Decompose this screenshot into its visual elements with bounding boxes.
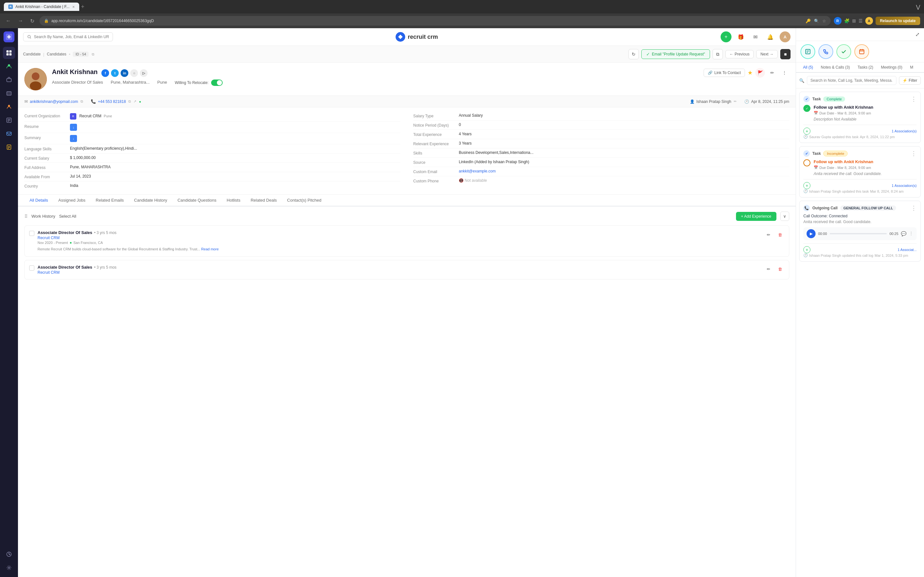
relaunch-button[interactable]: Relaunch to update [876, 17, 920, 25]
transcript-icon[interactable]: 💬 [901, 231, 906, 236]
active-tab[interactable]: R Ankit Krishnan - Candidate | F... ✕ [4, 3, 79, 11]
edit-button[interactable]: ✏ [767, 68, 777, 77]
bookmark-icon[interactable]: ☆ [822, 19, 826, 23]
tab-assigned-jobs[interactable]: Assigned Jobs [53, 195, 91, 206]
sidebar-logo[interactable] [3, 31, 15, 42]
phone-value[interactable]: +44 553 821818 [98, 99, 126, 104]
new-tab-button[interactable]: + [81, 3, 85, 10]
url-bar[interactable]: 🔒 app.recruitcrm.io/v1/candidate/1657201… [39, 16, 830, 26]
copy-link-icon[interactable]: ⧉ [712, 49, 723, 59]
add-task-button[interactable] [837, 44, 851, 59]
breadcrumb-candidate[interactable]: Candidate [23, 52, 41, 56]
avatar-browser-icon[interactable]: A [865, 17, 873, 25]
add-experience-button[interactable]: + Add Experience [736, 212, 776, 221]
panel-tab-all[interactable]: All (5) [799, 63, 817, 73]
audio-progress-bar[interactable] [830, 233, 887, 234]
edit-work-button[interactable]: ✏ [764, 230, 773, 239]
more-options-icon[interactable]: ■ [780, 49, 790, 59]
association-link-2[interactable]: 1 Association(s) [892, 184, 917, 187]
next-button[interactable]: Next → [756, 50, 778, 58]
edit-work-button-2[interactable]: ✏ [764, 265, 773, 274]
tab-hotlists[interactable]: Hotlists [222, 195, 246, 206]
panel-search-input[interactable] [807, 76, 897, 85]
read-more-link[interactable]: Read more [201, 247, 218, 251]
task-add-button-2[interactable]: + [803, 182, 811, 189]
expand-icon[interactable]: ⤢ [915, 31, 919, 37]
play-button[interactable]: ▶ [806, 229, 816, 238]
sidebar-item-candidates[interactable] [3, 60, 15, 73]
summary-download-icon[interactable]: ↓ [70, 135, 77, 142]
star-button[interactable]: ★ [748, 69, 753, 76]
save-icon[interactable]: 🔑 [806, 19, 811, 23]
sidebar-item-reports[interactable] [3, 548, 15, 560]
add-note-button[interactable] [800, 44, 815, 59]
extension1-icon[interactable]: 🧩 [844, 18, 850, 23]
panel-tab-notes-calls[interactable]: Notes & Calls (3) [817, 63, 854, 73]
refresh-icon[interactable]: ↻ [628, 49, 639, 59]
edit-owner-icon[interactable]: ✏ [734, 99, 737, 103]
collapse-button[interactable]: ∨ [780, 211, 789, 221]
email-profile-button[interactable]: ✓ Email "Profile Update Request" [641, 49, 710, 59]
extension3-icon[interactable]: ☰ [859, 18, 863, 23]
flag-button[interactable]: 🚩 [755, 68, 765, 77]
sidebar-item-settings[interactable] [3, 562, 15, 574]
tab-candidate-questions[interactable]: Candidate Questions [172, 195, 221, 206]
profile-icon[interactable]: R [834, 17, 842, 25]
whatsapp-icon[interactable]: ● [139, 100, 141, 103]
search-input[interactable] [34, 35, 109, 39]
delete-work-button[interactable]: 🗑 [775, 230, 784, 239]
tab-candidate-history[interactable]: Candidate History [129, 195, 172, 206]
relocate-toggle[interactable] [211, 79, 223, 86]
copy-id-icon[interactable]: ⧉ [92, 52, 94, 56]
zoom-icon[interactable]: 🔍 [814, 19, 819, 23]
task-add-button[interactable]: + [803, 127, 811, 135]
task-more-button[interactable]: ⋮ [911, 96, 917, 102]
call-add-button[interactable]: + [803, 246, 811, 253]
sidebar-item-dashboard[interactable] [3, 47, 15, 59]
select-all-button[interactable]: Select All [59, 214, 76, 219]
tab-contacts-pitched[interactable]: Contact(s) Pitched [282, 195, 326, 206]
tab-all-details[interactable]: All Details [24, 195, 53, 206]
browser-expand-icon[interactable]: ⋁ [916, 4, 920, 10]
social4-icon[interactable]: ▷ [140, 69, 148, 77]
audio-more-button[interactable]: ⋮ [909, 231, 913, 236]
forward-button[interactable]: → [16, 17, 25, 25]
extension2-icon[interactable]: ⊞ [852, 18, 856, 23]
panel-tab-meetings[interactable]: Meetings (0) [877, 63, 906, 73]
email-value[interactable]: ankitkrishnan@yopmail.com [30, 99, 78, 104]
work-checkbox-2[interactable] [29, 266, 34, 271]
twitter-icon[interactable]: t [111, 69, 119, 77]
link-contact-button[interactable]: 🔗 Link To Contact [704, 69, 745, 77]
user-avatar[interactable]: A [780, 31, 790, 42]
delete-work-button-2[interactable]: 🗑 [775, 265, 784, 274]
open-phone-icon[interactable]: ↗ [134, 99, 136, 103]
panel-tab-more[interactable]: M [906, 63, 917, 73]
sidebar-item-contacts[interactable] [3, 101, 15, 113]
resume-download-icon[interactable]: ↓ [70, 124, 77, 131]
tab-related-emails[interactable]: Related Emails [90, 195, 129, 206]
notification-icon[interactable]: 🔔 [765, 31, 776, 42]
task-incomplete-icon[interactable] [803, 159, 811, 166]
social3-icon[interactable]: ○ [130, 69, 138, 77]
add-button[interactable]: + [720, 31, 732, 42]
back-button[interactable]: ← [4, 17, 13, 25]
add-call-button[interactable] [819, 44, 833, 59]
drag-handle-icon[interactable]: ⠿ [24, 214, 27, 219]
tab-close-icon[interactable]: ✕ [72, 5, 75, 9]
association-link[interactable]: 1 Association(s) [892, 129, 917, 133]
call-more-button[interactable]: ⋮ [911, 205, 917, 211]
more-actions-button[interactable]: ⋮ [780, 68, 789, 77]
breadcrumb-candidates[interactable]: Candidates [47, 52, 66, 56]
copy-phone-icon[interactable]: ⧉ [128, 99, 131, 103]
previous-button[interactable]: ← Previous [725, 50, 754, 58]
gift-icon[interactable]: 🎁 [735, 31, 746, 42]
work-checkbox[interactable] [29, 231, 34, 236]
sidebar-item-notes[interactable] [3, 141, 15, 153]
copy-email-icon[interactable]: ⧉ [81, 99, 83, 103]
email-header-icon[interactable]: ✉ [750, 31, 761, 42]
tab-related-deals[interactable]: Related Deals [246, 195, 282, 206]
linkedin-icon[interactable]: in [121, 69, 128, 77]
call-association-link[interactable]: 1 Associat... [898, 248, 917, 251]
sidebar-item-companies[interactable] [3, 87, 15, 99]
filter-button[interactable]: ⚡ Filter [899, 76, 921, 85]
